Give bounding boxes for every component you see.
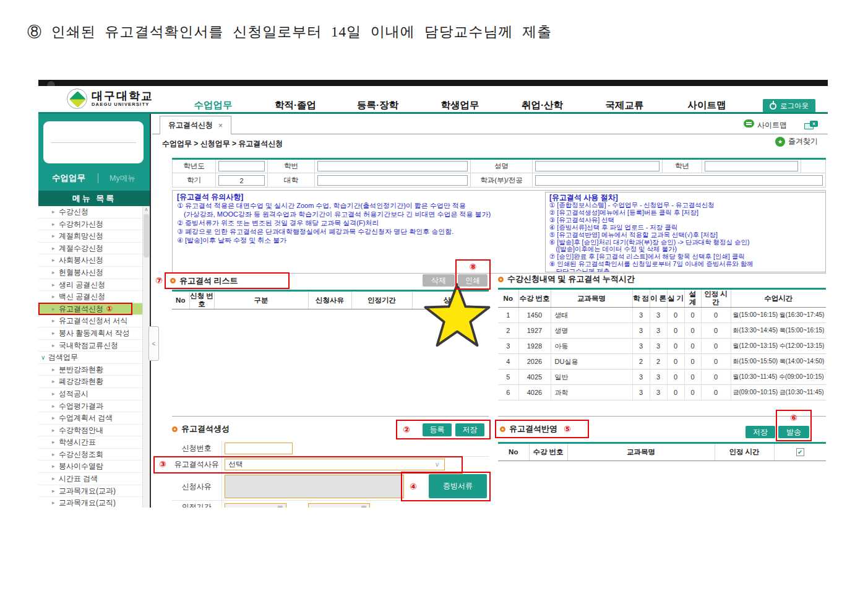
sidebar-item-label: 계절희망신청 <box>59 231 103 240</box>
period-end-input[interactable]: ▦ <box>308 503 370 508</box>
sidebar-item-absence-apply[interactable]: ▸유고결석신청① <box>38 303 150 316</box>
sidebar-item[interactable]: ▸학생시간표 <box>38 436 150 449</box>
sidebar-item[interactable]: ▸봉사 활동계획서 작성 <box>38 327 150 340</box>
sidebar-item-label: 헌혈봉사신청 <box>59 268 103 277</box>
send-button[interactable]: 발송 <box>778 426 809 438</box>
sidebar-item[interactable]: ▸헌혈봉사신청 <box>38 267 150 279</box>
sidebar-item[interactable]: ▸봉사이수열람 <box>38 460 150 473</box>
cell: 4025 <box>518 370 551 385</box>
attach-documents-button[interactable]: 증빙서류 <box>429 474 487 498</box>
arrow-right-icon: ▸ <box>52 206 55 218</box>
save-button[interactable]: 저장 <box>455 423 484 436</box>
calendar-icon[interactable]: ▦ <box>361 504 366 508</box>
sidebar-collapse-button[interactable]: < <box>148 326 159 361</box>
appno-input[interactable] <box>225 443 293 454</box>
sidebar-item[interactable]: ▸분반강좌현황 <box>38 364 150 376</box>
name-input[interactable] <box>535 161 660 171</box>
college-input[interactable] <box>317 175 468 186</box>
table-row: 54025일반33000월(10:30~11:45) 수(09:00~10:15… <box>498 370 826 385</box>
reflection-save-button[interactable]: 저장 <box>746 426 775 438</box>
grade-input[interactable] <box>705 161 798 171</box>
sidebar-group-label: 검색업무 <box>48 353 78 361</box>
logout-button[interactable]: 로그아웃 <box>763 99 815 113</box>
cell: DU실용 <box>551 354 632 370</box>
studentno-input[interactable] <box>317 161 468 171</box>
period-start-input[interactable]: ▦ <box>225 503 286 508</box>
sidebar-item-label: 사회봉사신청 <box>59 256 103 264</box>
dept-input[interactable] <box>535 175 823 186</box>
cell: 3 <box>632 308 650 323</box>
tab-absence-apply[interactable]: 유고결석신청 × <box>160 116 231 134</box>
scrollbar-thumb[interactable] <box>144 214 149 257</box>
cell: 0 <box>667 339 684 354</box>
year-input[interactable] <box>218 161 265 171</box>
sidebar-item[interactable]: ▸성적공시 <box>38 388 150 400</box>
field-label-semester: 학기 <box>173 173 216 188</box>
field-label-year: 학년도 <box>173 159 216 173</box>
sidebar-item[interactable]: ▸교과목개요(교직) <box>38 497 150 508</box>
sitemap-link[interactable]: 사이트맵 <box>744 119 787 131</box>
tab-label: 유고결석신청 <box>168 120 213 131</box>
register-button[interactable]: 등록 <box>423 423 452 436</box>
arrow-right-icon: ▸ <box>52 436 55 449</box>
sidebar-item-sugang[interactable]: ▸수강신청 <box>38 206 150 218</box>
sidebar-tab-separator <box>98 173 98 183</box>
cell: 3 <box>632 385 650 400</box>
sidebar-tab-classwork[interactable]: 수업업무 <box>38 173 85 184</box>
calendar-icon[interactable]: ▦ <box>277 504 283 508</box>
sidebar-item[interactable]: ▸생리 공결신청 <box>38 279 150 292</box>
annotation-2: ② <box>403 425 410 435</box>
bullet-icon <box>170 278 176 283</box>
sidebar-item[interactable]: ▸수업계획서 검색 <box>38 412 150 425</box>
cell: 생태 <box>551 308 632 323</box>
sidebar-item[interactable]: ▸사회봉사신청 <box>38 254 150 267</box>
col-reason: 신청사유 <box>308 291 351 309</box>
sidebar-item-label: 분반강좌현황 <box>59 365 103 374</box>
notice-precautions: [유고결석 유의사항] ① 유고결석 적용은 대면수업 및 실시간 Zoom 수… <box>177 192 533 244</box>
select-all-checkbox[interactable]: ✔ <box>796 448 804 456</box>
cell: 3 <box>632 370 650 385</box>
col-recognized: 인정 시간 <box>701 289 731 308</box>
sidebar-item[interactable]: ▸계절희망신청 <box>38 230 150 243</box>
close-all-tabs-icon[interactable]: x <box>804 121 818 129</box>
sidebar-item[interactable]: ▸백신 공결신청 <box>38 291 150 303</box>
col-subject: 교과목명 <box>551 289 632 308</box>
sidebar-item-label: 백신 공결신청 <box>59 292 105 301</box>
close-icon[interactable]: × <box>218 121 223 130</box>
semester-input[interactable]: 2 <box>218 175 265 186</box>
cell: 아동 <box>551 339 632 354</box>
check-icon: ✔ <box>797 449 802 456</box>
print-button[interactable]: 인쇄 <box>458 274 488 287</box>
cell: 0 <box>684 323 701 339</box>
sidebar-item[interactable]: ▸수강학점안내 <box>38 425 150 437</box>
sidebar-item-label: 수업계획서 검색 <box>59 413 113 422</box>
sidebar-item[interactable]: ▸교과목개요(교과) <box>38 485 150 498</box>
col-practice: 실 기 <box>667 289 684 308</box>
sidebar-item[interactable]: ▸수업평가결과 <box>38 400 150 413</box>
cell: 0 <box>701 308 731 323</box>
cell: 2 <box>632 354 650 370</box>
sidebar-item[interactable]: ▸시간표 검색 <box>38 473 150 485</box>
sidebar-item[interactable]: ▸수강허가신청 <box>38 218 150 231</box>
sidebar-item-label: 수강신청 <box>59 207 88 216</box>
col-courseno: 수강 번호 <box>518 289 551 308</box>
cell: 4 <box>498 354 518 370</box>
arrow-right-icon: ▸ <box>52 243 55 255</box>
favorite-link[interactable]: ★ 즐겨찾기 <box>775 136 818 147</box>
scroll-up-icon[interactable]: ∧ <box>143 206 150 214</box>
arrow-right-icon: ▸ <box>52 485 55 498</box>
sidebar-tab-mymenu[interactable]: My메뉴 <box>110 173 135 184</box>
detail-textarea[interactable] <box>225 475 404 498</box>
sidebar-group-search[interactable]: ∨검색업무 <box>38 352 150 364</box>
sidebar-item[interactable]: ▸폐강강좌현황 <box>38 376 150 388</box>
enrollment-table: No 수강 번호 교과목명 학 점 이 론 실 기 설 계 인정 시간 수업시간… <box>498 288 826 400</box>
sidebar-item[interactable]: ▸계절수강신청 <box>38 243 150 255</box>
sidebar-item[interactable]: ▸국내학점교류신청 <box>38 340 150 352</box>
student-info-form: 학년도 학번 성명 학년 학기 2 대학 학과(부)/전공 <box>172 158 826 188</box>
sidebar-item[interactable]: ▸수강신청조회 <box>38 449 150 461</box>
cell: 3 <box>632 323 650 339</box>
cell: 월(10:30~11:45) 수(09:00~10:15) <box>731 370 826 385</box>
cell: 3 <box>650 308 667 323</box>
sidebar-item[interactable]: ▸유고결석신청서 서식 <box>38 315 150 327</box>
university-logo[interactable]: 대구대학교 DAEGU UNIVERSITY <box>67 89 153 109</box>
